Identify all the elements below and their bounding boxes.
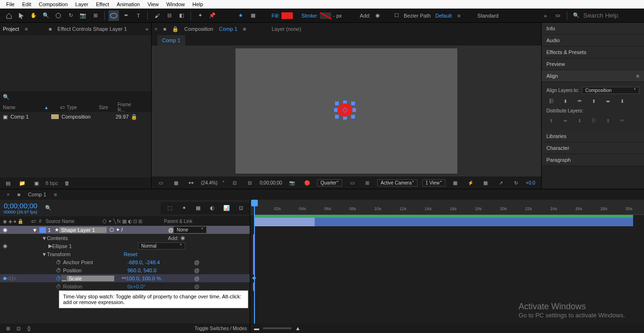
anchor-row[interactable]: ⏱ Anchor Point -689.0, -248.4 @ (0, 258, 250, 266)
transparency-icon[interactable]: ⊟ (245, 177, 255, 188)
tl-frame-blend-icon[interactable]: ▦ (193, 203, 203, 213)
exposure-value[interactable]: +0.0 (526, 180, 535, 185)
add-button-icon[interactable]: ◉ (372, 10, 383, 21)
roi-icon[interactable]: ▭ (347, 177, 357, 188)
workspace-standard[interactable]: Standard (477, 13, 499, 18)
ellipse-tool-icon[interactable] (109, 10, 119, 21)
camera-tool-icon[interactable]: 📷 (78, 10, 88, 21)
align-menu-icon[interactable]: ≡ (636, 73, 639, 79)
brush-tool-icon[interactable]: 🖌 (152, 10, 162, 21)
fill-label[interactable]: Fill: (272, 13, 280, 18)
tl-switch-icon2[interactable]: ⊡ (13, 323, 24, 333)
item-tag[interactable] (51, 114, 59, 119)
trash-icon[interactable]: 🗑 (62, 178, 73, 188)
zoom-out-icon[interactable]: ▬ (254, 325, 259, 331)
ellipse-shape[interactable] (335, 102, 355, 119)
item-lock-icon[interactable]: 🔒 (129, 114, 137, 120)
new-folder-icon[interactable]: 📁 (17, 178, 27, 188)
rotation-stopwatch-icon[interactable]: ⏱ (56, 284, 61, 289)
keyframe-diamond-icon[interactable]: ◆ (252, 275, 256, 281)
menu-layer[interactable]: Layer (72, 1, 92, 7)
camera-dropdown[interactable]: Active Camera ˅ (377, 179, 417, 186)
tl-shy-icon[interactable]: ✦ (179, 203, 189, 213)
tl-current-time[interactable]: 0;00;00;00 (4, 202, 37, 210)
comp-close-icon[interactable]: × (154, 26, 157, 32)
zoom-dropdown-icon[interactable]: ˅ (222, 180, 225, 185)
panel-icon[interactable]: ▭ (553, 10, 563, 21)
layer-twirl-icon[interactable]: ▼ (32, 227, 37, 233)
project-tab-menu-icon[interactable]: ≡ (25, 26, 27, 32)
orbit-tool-icon[interactable] (53, 10, 63, 21)
paragraph-panel[interactable]: Paragraph (542, 154, 644, 166)
workspace-default[interactable]: Default (435, 13, 452, 18)
comp-lock-icon[interactable]: 🔒 (172, 26, 179, 32)
tl-motion-blur-icon[interactable]: ◐ (207, 203, 218, 213)
parent-dropdown[interactable]: None ˅ (173, 226, 207, 233)
menu-edit[interactable]: Edit (18, 1, 35, 7)
tl-switch-icon3[interactable]: {} (24, 323, 34, 333)
tag-header-icon[interactable]: 🏷 (31, 219, 36, 224)
star-icon[interactable]: ★ (236, 10, 246, 21)
pixel-aspect-icon[interactable]: ▦ (450, 177, 461, 188)
parent-pickwhip-icon[interactable]: @ (168, 227, 173, 233)
scale-value[interactable]: 100.0, 100.0 % (126, 276, 161, 281)
viewport[interactable] (152, 46, 541, 176)
overflow-icon[interactable]: » (540, 10, 551, 21)
reset-link[interactable]: Reset (124, 251, 247, 257)
search-input[interactable] (583, 12, 640, 19)
scale-pickwhip-icon[interactable]: @ (194, 276, 247, 281)
zoom-slider[interactable] (263, 327, 291, 329)
ellipse-twirl-icon[interactable]: ▶ (48, 243, 52, 249)
menu-file[interactable]: File (2, 1, 18, 7)
align-hcenter-icon[interactable]: ⬍ (561, 97, 570, 105)
panel-overflow-icon[interactable]: » (145, 26, 148, 32)
reset-exposure-icon[interactable]: ↻ (511, 177, 521, 188)
menu-effect[interactable]: Effect (92, 1, 113, 7)
col-type[interactable]: Type (67, 105, 99, 110)
contents-twirl-icon[interactable]: ▼ (42, 235, 47, 241)
comp-panel-active[interactable]: Comp 1 (219, 26, 237, 32)
menu-composition[interactable]: Composition (35, 1, 72, 7)
align-target-dropdown[interactable]: Composition ˅ (582, 87, 639, 94)
toggle-switches[interactable]: Toggle Switches / Modes (194, 326, 247, 331)
interpret-icon[interactable]: ▤ (3, 178, 13, 188)
resolution-icon[interactable]: ⊡ (229, 177, 240, 188)
home-icon[interactable] (4, 10, 14, 21)
col-name[interactable]: Name (3, 105, 44, 110)
scale-link-icon[interactable]: ⚯ (122, 275, 126, 281)
anchor-pickwhip-icon[interactable]: @ (194, 259, 247, 265)
layer-tab[interactable]: Layer (none) (272, 26, 301, 32)
comp-time[interactable]: 0;00;00;00 (260, 180, 282, 185)
transform-twirl-icon[interactable]: ▼ (42, 251, 47, 257)
fast-preview-icon[interactable]: ⚡ (465, 177, 476, 188)
comp-tab[interactable]: Comp 1 (157, 35, 185, 46)
contents-row[interactable]: ▼ Contents Add: ◉ (0, 234, 250, 242)
hand-tool-icon[interactable]: ✋ (28, 10, 39, 21)
eraser-tool-icon[interactable]: ◧ (176, 10, 187, 21)
workspace-menu-icon[interactable]: ≡ (454, 10, 464, 21)
time-ruler[interactable]: 02s04s06s08s10s12s14s16s18s20s22s24s26s2… (250, 200, 644, 215)
tl-close-icon[interactable]: × (3, 192, 13, 197)
bezier-checkbox[interactable]: ☐ (391, 10, 402, 21)
position-row[interactable]: ⏱ Position 960.0, 540.0 @ (0, 266, 250, 274)
stroke-width[interactable]: - px (333, 13, 342, 18)
tl-search-input[interactable] (52, 204, 157, 212)
flowchart-icon[interactable]: ↗ (496, 177, 506, 188)
zoom-level[interactable]: (24.4%) (201, 180, 218, 185)
bpc-label[interactable]: 8 bpc (45, 180, 58, 186)
transform-row[interactable]: ▼ Transform Reset (0, 250, 250, 258)
scale-graph-icon[interactable]: ▁ (61, 275, 67, 281)
guides-icon[interactable]: ⊞ (362, 177, 372, 188)
audio-panel[interactable]: Audio (542, 35, 644, 46)
checkerboard-icon[interactable]: ▦ (248, 10, 258, 21)
view-dropdown[interactable]: 1 View ˅ (422, 179, 445, 186)
scale-stopwatch-icon[interactable]: ⏱ (56, 276, 61, 281)
layer-name[interactable]: Shape Layer 1 (59, 227, 107, 233)
add-menu-icon[interactable]: ◉ (181, 235, 247, 241)
layer-row[interactable]: ◉ ▼ 1 ★ Shape Layer 1 ⬡ ✦ / @ None ˅ (0, 226, 250, 234)
snapshot-icon[interactable]: 📷 (287, 177, 297, 188)
position-value[interactable]: 960.0, 540.0 (127, 268, 156, 273)
stroke-label[interactable]: Stroke: (301, 13, 318, 18)
project-item-row[interactable]: ▣ Comp 1 Composition 29.97 🔒 (0, 112, 151, 121)
rotation-value[interactable]: 0x+0.0° (127, 284, 145, 289)
